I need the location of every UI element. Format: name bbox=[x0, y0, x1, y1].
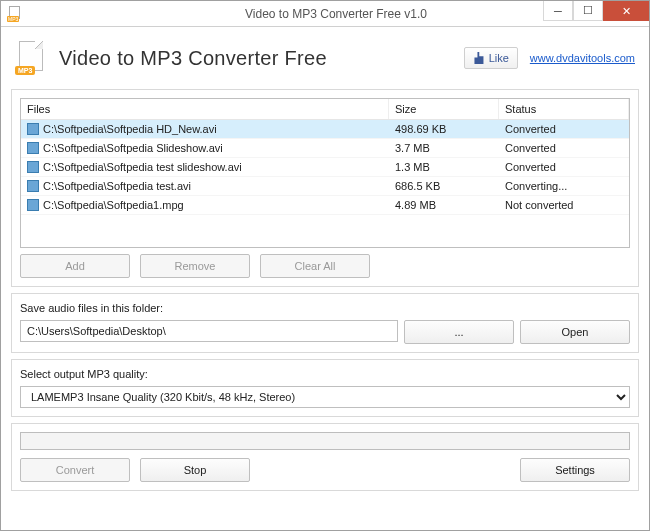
file-icon bbox=[27, 180, 39, 192]
file-buttons-row: Add Remove Clear All bbox=[20, 254, 630, 278]
col-status[interactable]: Status bbox=[499, 99, 629, 119]
quality-group: Select output MP3 quality: LAMEMP3 Insan… bbox=[11, 359, 639, 417]
clear-all-button[interactable]: Clear All bbox=[260, 254, 370, 278]
close-button[interactable]: ✕ bbox=[603, 1, 649, 21]
file-path-cell: C:\Softpedia\Softpedia test slideshow.av… bbox=[21, 158, 389, 176]
file-icon bbox=[27, 161, 39, 173]
file-icon bbox=[27, 142, 39, 154]
file-path-cell: C:\Softpedia\Softpedia1.mpg bbox=[21, 196, 389, 214]
maximize-button[interactable]: ☐ bbox=[573, 1, 603, 21]
convert-button[interactable]: Convert bbox=[20, 458, 130, 482]
files-group: Files Size Status C:\Softpedia\Softpedia… bbox=[11, 89, 639, 287]
thumb-up-icon bbox=[473, 52, 485, 64]
table-row[interactable]: C:\Softpedia\Softpedia test.avi686.5 KBC… bbox=[21, 177, 629, 196]
settings-button[interactable]: Settings bbox=[520, 458, 630, 482]
file-icon bbox=[27, 199, 39, 211]
file-status-cell: Converted bbox=[499, 139, 629, 157]
listview-header: Files Size Status bbox=[21, 99, 629, 120]
file-icon bbox=[27, 123, 39, 135]
file-status-cell: Converting... bbox=[499, 177, 629, 195]
col-size[interactable]: Size bbox=[389, 99, 499, 119]
add-button[interactable]: Add bbox=[20, 254, 130, 278]
table-row[interactable]: C:\Softpedia\Softpedia HD_New.avi498.69 … bbox=[21, 120, 629, 139]
minimize-button[interactable]: ─ bbox=[543, 1, 573, 21]
title-bar: MP3 Video to MP3 Converter Free v1.0 ─ ☐… bbox=[1, 1, 649, 27]
file-status-cell: Not converted bbox=[499, 196, 629, 214]
file-size-cell: 498.69 KB bbox=[389, 120, 499, 138]
file-path-cell: C:\Softpedia\Softpedia test.avi bbox=[21, 177, 389, 195]
like-label: Like bbox=[489, 52, 509, 64]
file-size-cell: 4.89 MB bbox=[389, 196, 499, 214]
table-row[interactable]: C:\Softpedia\Softpedia1.mpg4.89 MBNot co… bbox=[21, 196, 629, 215]
quality-label: Select output MP3 quality: bbox=[20, 368, 630, 380]
table-row[interactable]: C:\Softpedia\Softpedia test slideshow.av… bbox=[21, 158, 629, 177]
file-path-cell: C:\Softpedia\Softpedia Slideshow.avi bbox=[21, 139, 389, 157]
output-folder-input[interactable] bbox=[20, 320, 398, 342]
browse-button[interactable]: ... bbox=[404, 320, 514, 344]
file-status-cell: Converted bbox=[499, 120, 629, 138]
open-button[interactable]: Open bbox=[520, 320, 630, 344]
quality-select[interactable]: LAMEMP3 Insane Quality (320 Kbit/s, 48 k… bbox=[20, 386, 630, 408]
progress-bar bbox=[20, 432, 630, 450]
window-controls: ─ ☐ ✕ bbox=[543, 1, 649, 21]
file-size-cell: 3.7 MB bbox=[389, 139, 499, 157]
app-logo-icon: MP3 bbox=[15, 41, 49, 75]
stop-button[interactable]: Stop bbox=[140, 458, 250, 482]
client-area: MP3 Video to MP3 Converter Free Like www… bbox=[1, 27, 649, 530]
site-link[interactable]: www.dvdavitools.com bbox=[530, 52, 635, 64]
app-window: MP3 Video to MP3 Converter Free v1.0 ─ ☐… bbox=[0, 0, 650, 531]
output-folder-label: Save audio files in this folder: bbox=[20, 302, 630, 314]
file-path-cell: C:\Softpedia\Softpedia HD_New.avi bbox=[21, 120, 389, 138]
header: MP3 Video to MP3 Converter Free Like www… bbox=[11, 35, 639, 83]
remove-button[interactable]: Remove bbox=[140, 254, 250, 278]
output-folder-group: Save audio files in this folder: ... Ope… bbox=[11, 293, 639, 353]
action-group: Convert Stop Settings bbox=[11, 423, 639, 491]
app-icon: MP3 bbox=[7, 6, 23, 22]
table-row[interactable]: C:\Softpedia\Softpedia Slideshow.avi3.7 … bbox=[21, 139, 629, 158]
file-status-cell: Converted bbox=[499, 158, 629, 176]
file-size-cell: 686.5 KB bbox=[389, 177, 499, 195]
files-listview[interactable]: Files Size Status C:\Softpedia\Softpedia… bbox=[20, 98, 630, 248]
like-button[interactable]: Like bbox=[464, 47, 518, 69]
app-title: Video to MP3 Converter Free bbox=[59, 47, 327, 70]
file-size-cell: 1.3 MB bbox=[389, 158, 499, 176]
col-files[interactable]: Files bbox=[21, 99, 389, 119]
